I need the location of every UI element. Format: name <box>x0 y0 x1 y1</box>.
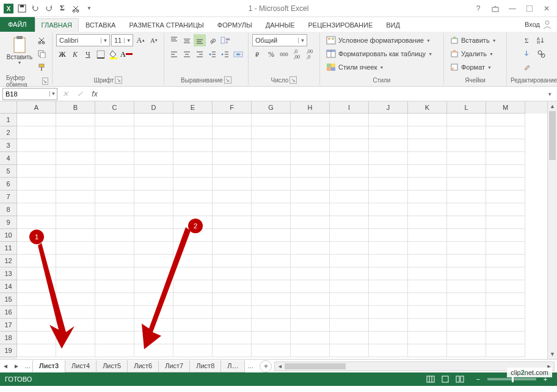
sign-in[interactable]: Вход <box>525 20 552 29</box>
cell[interactable] <box>447 114 486 126</box>
cell[interactable] <box>95 267 134 280</box>
sheet-tab[interactable]: Лист8 <box>189 360 221 372</box>
cell[interactable] <box>95 344 134 357</box>
cell[interactable] <box>252 293 291 306</box>
cell[interactable] <box>95 139 134 152</box>
cell[interactable] <box>17 191 56 203</box>
font-name-combo[interactable]: Calibri▼ <box>56 34 110 46</box>
cell[interactable] <box>252 344 291 357</box>
cell[interactable] <box>173 139 213 152</box>
fx-icon[interactable]: fx <box>88 88 101 100</box>
align-bottom-icon[interactable] <box>194 34 206 46</box>
cell[interactable] <box>56 267 95 280</box>
cell[interactable] <box>291 280 330 293</box>
cell[interactable] <box>134 229 173 242</box>
undo-icon[interactable] <box>29 2 42 15</box>
cell[interactable] <box>486 332 525 344</box>
row-header[interactable]: 11 <box>0 242 17 255</box>
cell[interactable] <box>95 152 134 165</box>
cell[interactable] <box>330 280 369 293</box>
dropdown-icon[interactable]: ▼ <box>49 91 57 96</box>
tab-review[interactable]: РЕЦЕНЗИРОВАНИЕ <box>301 18 379 32</box>
cell[interactable] <box>291 165 330 178</box>
cell[interactable] <box>291 114 330 126</box>
cell[interactable] <box>408 216 447 229</box>
new-sheet-button[interactable]: + <box>260 360 272 372</box>
tab-view[interactable]: ВИД <box>379 18 407 32</box>
decrease-font-icon[interactable]: A▾ <box>148 34 160 46</box>
cell[interactable] <box>252 332 291 344</box>
cell[interactable] <box>486 267 525 280</box>
cell[interactable] <box>213 152 252 165</box>
cell[interactable] <box>330 306 369 319</box>
cell[interactable] <box>95 332 134 344</box>
row-header[interactable]: 17 <box>0 319 17 332</box>
cell[interactable] <box>447 216 486 229</box>
cell[interactable] <box>447 280 486 293</box>
underline-button[interactable]: Ч <box>82 48 94 60</box>
cell[interactable] <box>447 165 486 178</box>
column-header[interactable]: K <box>408 101 447 114</box>
increase-decimal-icon[interactable]: ,0,00 <box>291 48 303 60</box>
cell[interactable] <box>134 344 173 357</box>
cell[interactable] <box>173 306 213 319</box>
cell[interactable] <box>134 293 173 306</box>
cell[interactable] <box>330 267 369 280</box>
cell[interactable] <box>134 114 173 126</box>
cell[interactable] <box>173 229 213 242</box>
cell[interactable] <box>291 255 330 267</box>
cell[interactable] <box>17 332 56 344</box>
autosum-button[interactable]: Σ <box>520 34 533 46</box>
accounting-format-icon[interactable]: ₽ <box>252 48 264 60</box>
cell[interactable] <box>134 242 173 255</box>
cell[interactable] <box>252 191 291 203</box>
cell[interactable] <box>408 332 447 344</box>
cell[interactable] <box>56 165 95 178</box>
cell[interactable] <box>486 178 525 191</box>
cell[interactable] <box>408 344 447 357</box>
cell[interactable] <box>213 178 252 191</box>
cell[interactable] <box>95 255 134 267</box>
cell[interactable] <box>330 332 369 344</box>
cell[interactable] <box>486 229 525 242</box>
conditional-formatting-button[interactable]: Условное форматирование▼ <box>324 34 440 46</box>
cell[interactable] <box>330 139 369 152</box>
tab-data[interactable]: ДАННЫЕ <box>259 18 302 32</box>
row-header[interactable]: 19 <box>0 344 17 357</box>
cell[interactable] <box>173 242 213 255</box>
merge-cells-icon[interactable] <box>232 48 244 60</box>
help-icon[interactable]: ? <box>470 2 486 15</box>
cell[interactable] <box>447 139 486 152</box>
cell[interactable] <box>408 114 447 126</box>
cell[interactable] <box>56 114 95 126</box>
cell[interactable] <box>408 306 447 319</box>
sheet-tab[interactable]: Лист6 <box>127 360 159 372</box>
column-header[interactable]: L <box>447 101 486 114</box>
orientation-icon[interactable]: ab <box>206 34 219 46</box>
cell[interactable] <box>330 344 369 357</box>
cell[interactable] <box>56 229 95 242</box>
row-header[interactable]: 12 <box>0 255 17 267</box>
cell[interactable] <box>291 126 330 139</box>
cell[interactable] <box>95 306 134 319</box>
cell[interactable] <box>17 255 56 267</box>
clear-button[interactable] <box>520 61 533 73</box>
cell[interactable] <box>252 152 291 165</box>
cell[interactable] <box>17 114 56 126</box>
cell[interactable] <box>173 191 213 203</box>
cell[interactable] <box>56 293 95 306</box>
cell[interactable] <box>369 152 408 165</box>
cell[interactable] <box>252 255 291 267</box>
cell[interactable] <box>134 126 173 139</box>
cell[interactable] <box>173 216 213 229</box>
cell[interactable] <box>173 178 213 191</box>
cell[interactable] <box>213 165 252 178</box>
cell[interactable] <box>134 152 173 165</box>
tab-file[interactable]: ФАЙЛ <box>0 17 35 32</box>
cell[interactable] <box>291 319 330 332</box>
cell[interactable] <box>213 203 252 216</box>
dropdown-icon[interactable]: ▼ <box>298 38 307 43</box>
cell[interactable] <box>213 191 252 203</box>
cell[interactable] <box>447 332 486 344</box>
expand-formula-icon[interactable]: ▾ <box>545 91 555 97</box>
